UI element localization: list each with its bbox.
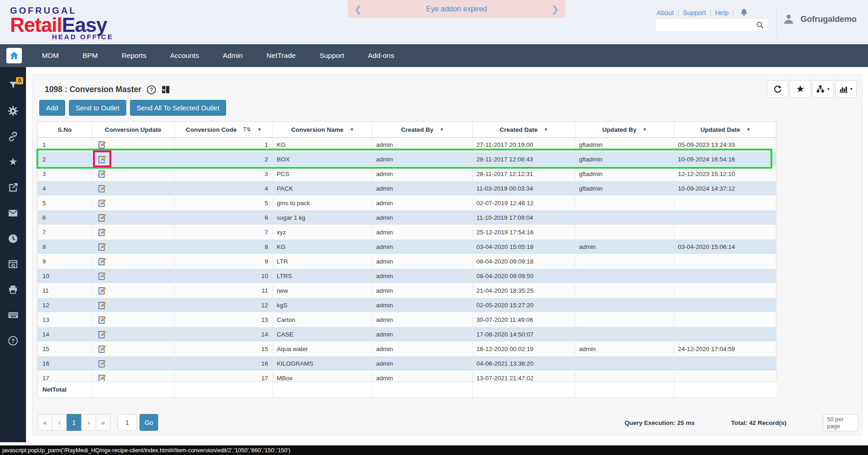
nav-item-add-ons[interactable]: Add-ons bbox=[356, 44, 406, 67]
column-header-conversion-code[interactable]: Conversion CodeT⇅▼ bbox=[175, 122, 273, 137]
help-question-icon[interactable]: ? bbox=[8, 335, 19, 346]
cell-code: 15 bbox=[175, 342, 273, 356]
nav-item-nettrade[interactable]: NetTrade bbox=[255, 44, 308, 67]
total-records-label: Total: 42 Record(s) bbox=[731, 419, 786, 426]
edit-icon[interactable] bbox=[98, 331, 106, 338]
send-to-outlet-button[interactable]: Send to Outlet bbox=[69, 100, 126, 116]
column-header-updated-date[interactable]: Updated Date▼ bbox=[674, 122, 777, 137]
filter-icon[interactable]: 0 bbox=[8, 80, 19, 91]
column-header-created-by[interactable]: Created By▼ bbox=[372, 122, 473, 137]
query-execution-label: Query Execution: 25 ms bbox=[625, 419, 695, 426]
edit-icon[interactable] bbox=[98, 214, 106, 222]
header-link-help[interactable]: Help bbox=[715, 9, 728, 16]
edit-icon[interactable] bbox=[98, 199, 106, 207]
chart-view-button[interactable]: ▼ bbox=[835, 80, 857, 98]
edit-icon[interactable] bbox=[98, 301, 106, 309]
sort-icon[interactable]: T⇅ bbox=[243, 126, 251, 133]
mail-icon[interactable] bbox=[8, 207, 19, 218]
edit-icon[interactable] bbox=[98, 360, 106, 367]
edit-icon[interactable] bbox=[98, 258, 106, 265]
column-header-s-no[interactable]: S.No bbox=[38, 122, 92, 137]
column-header-created-date[interactable]: Created Date▼ bbox=[473, 122, 575, 137]
filter-caret-icon[interactable]: ▼ bbox=[350, 127, 354, 132]
home-button[interactable] bbox=[6, 48, 22, 63]
hierarchy-view-button[interactable]: ▼ bbox=[812, 80, 834, 98]
nav-item-reports[interactable]: Reports bbox=[110, 44, 158, 67]
first-page-button[interactable]: « bbox=[37, 414, 52, 431]
cell-updated_date bbox=[674, 313, 776, 327]
clock-icon[interactable] bbox=[8, 233, 19, 244]
page-1-button[interactable]: 1 bbox=[67, 414, 81, 431]
go-button[interactable]: Go bbox=[140, 414, 158, 431]
refresh-button[interactable] bbox=[767, 80, 788, 98]
table-row: 1 1KGadmin27-11-2017 20:19:00gftadmin05-… bbox=[38, 138, 776, 152]
edit-icon[interactable] bbox=[98, 243, 106, 251]
prev-page-button[interactable]: ‹ bbox=[52, 414, 67, 431]
nav-item-mdm[interactable]: MDM bbox=[30, 44, 71, 67]
link-icon[interactable] bbox=[8, 131, 19, 142]
banner-chevron-right-icon[interactable]: ❯ bbox=[551, 4, 559, 15]
goto-page-input[interactable] bbox=[118, 414, 137, 431]
cell-updated_by bbox=[575, 225, 674, 239]
cell-created_by: admin bbox=[372, 196, 473, 210]
edit-icon[interactable] bbox=[98, 170, 106, 178]
notification-bell-icon[interactable] bbox=[739, 8, 749, 17]
window-popup-icon[interactable] bbox=[8, 259, 19, 269]
layout-grid-icon[interactable] bbox=[161, 85, 170, 94]
edit-icon[interactable] bbox=[98, 374, 106, 381]
send-all-to-selected-outlet-button[interactable]: Send All To Selected Outlet bbox=[130, 100, 227, 116]
conversion-update-cell bbox=[92, 284, 175, 298]
cell-name: PCS bbox=[273, 167, 372, 181]
keyboard-icon[interactable] bbox=[8, 310, 19, 321]
last-page-button[interactable]: » bbox=[96, 414, 110, 431]
cell-updated_by bbox=[575, 269, 674, 283]
cell-updated_by: admin bbox=[575, 342, 674, 356]
star-icon[interactable]: ★ bbox=[8, 156, 19, 167]
cell-created_by: admin bbox=[372, 371, 473, 381]
printer-icon[interactable] bbox=[8, 284, 19, 295]
column-header-conversion-name[interactable]: Conversion Name▼ bbox=[273, 122, 372, 137]
edit-icon[interactable] bbox=[98, 141, 106, 149]
cell-created_by: admin bbox=[372, 152, 473, 166]
edit-icon[interactable] bbox=[98, 228, 106, 236]
cell-created_date: 25-12-2019 17:54:16 bbox=[473, 225, 575, 239]
header-link-support[interactable]: Support bbox=[683, 9, 706, 16]
nav-item-bpm[interactable]: BPM bbox=[71, 44, 110, 67]
favorite-button[interactable]: ★ bbox=[790, 80, 811, 98]
edit-icon[interactable] bbox=[98, 345, 106, 353]
column-header-conversion-update[interactable]: Conversion Update bbox=[92, 122, 175, 137]
share-export-icon[interactable] bbox=[8, 182, 19, 193]
column-header-updated-by[interactable]: Updated By▼ bbox=[575, 122, 674, 137]
table-row: 3 3PCSadmin28-11-2017 12:12:31gftadmin12… bbox=[38, 167, 776, 181]
nav-item-accounts[interactable]: Accounts bbox=[158, 44, 211, 67]
nav-item-support[interactable]: Support bbox=[308, 44, 356, 67]
per-page-select[interactable]: 50 per page bbox=[823, 414, 858, 431]
filter-caret-icon[interactable]: ▼ bbox=[747, 127, 751, 132]
edit-icon[interactable] bbox=[98, 155, 106, 163]
filter-caret-icon[interactable]: ▼ bbox=[258, 127, 262, 132]
edit-icon[interactable] bbox=[98, 272, 106, 280]
cell-updated_date bbox=[674, 225, 776, 239]
search-icon[interactable] bbox=[756, 21, 764, 29]
help-circle-icon[interactable]: ? bbox=[147, 85, 156, 94]
edit-icon[interactable] bbox=[98, 287, 106, 295]
next-page-button[interactable]: › bbox=[81, 414, 96, 431]
conversion-update-cell bbox=[92, 254, 175, 269]
add-button[interactable]: Add bbox=[39, 100, 65, 116]
settings-gear-icon[interactable] bbox=[8, 105, 19, 116]
filter-caret-icon[interactable]: ▼ bbox=[643, 127, 647, 132]
search-input[interactable] bbox=[656, 19, 756, 31]
nav-item-admin[interactable]: Admin bbox=[211, 44, 255, 67]
cell-created_date: 16-12-2020 00:02:19 bbox=[473, 342, 575, 356]
filter-caret-icon[interactable]: ▼ bbox=[544, 127, 548, 132]
user-menu[interactable]: Gofrugaldemo bbox=[782, 13, 857, 26]
banner-chevron-left-icon[interactable]: ❮ bbox=[354, 4, 362, 15]
edit-icon[interactable] bbox=[98, 185, 106, 192]
header-link-about[interactable]: About bbox=[656, 9, 674, 16]
cell-updated_by bbox=[575, 254, 674, 269]
cell-created_by: admin bbox=[372, 342, 473, 356]
filter-caret-icon[interactable]: ▼ bbox=[440, 127, 444, 132]
column-label: Created Date bbox=[500, 126, 537, 133]
cell-created_by: admin bbox=[372, 298, 473, 312]
edit-icon[interactable] bbox=[98, 316, 106, 324]
